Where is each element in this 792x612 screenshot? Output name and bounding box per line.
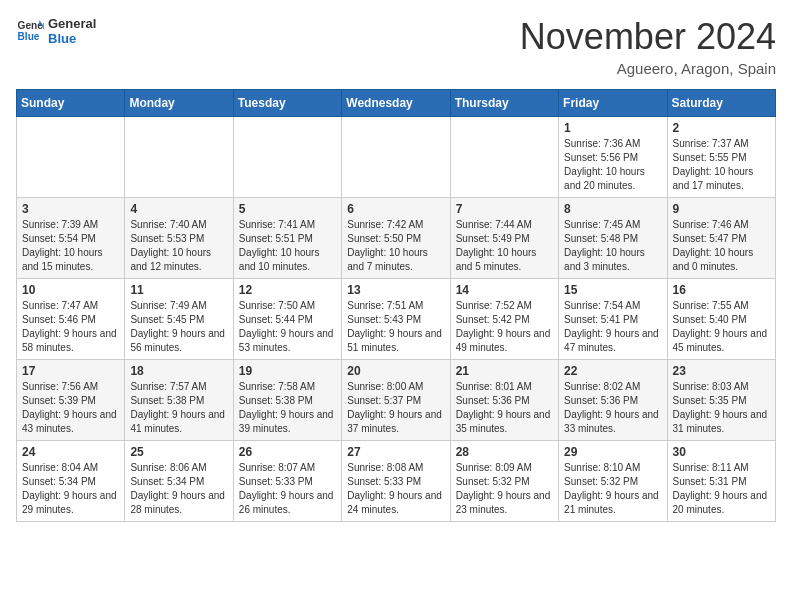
calendar-cell: 9Sunrise: 7:46 AM Sunset: 5:47 PM Daylig… [667,198,775,279]
day-info: Sunrise: 7:41 AM Sunset: 5:51 PM Dayligh… [239,218,336,274]
logo: General Blue General Blue [16,16,96,46]
location-text: Agueero, Aragon, Spain [520,60,776,77]
day-info: Sunrise: 7:42 AM Sunset: 5:50 PM Dayligh… [347,218,444,274]
day-info: Sunrise: 8:09 AM Sunset: 5:32 PM Dayligh… [456,461,553,517]
day-number: 14 [456,283,553,297]
day-info: Sunrise: 8:06 AM Sunset: 5:34 PM Dayligh… [130,461,227,517]
day-number: 30 [673,445,770,459]
day-number: 19 [239,364,336,378]
calendar-cell: 12Sunrise: 7:50 AM Sunset: 5:44 PM Dayli… [233,279,341,360]
calendar-cell: 20Sunrise: 8:00 AM Sunset: 5:37 PM Dayli… [342,360,450,441]
day-number: 26 [239,445,336,459]
day-number: 7 [456,202,553,216]
title-block: November 2024 Agueero, Aragon, Spain [520,16,776,77]
calendar-cell: 11Sunrise: 7:49 AM Sunset: 5:45 PM Dayli… [125,279,233,360]
calendar-cell: 5Sunrise: 7:41 AM Sunset: 5:51 PM Daylig… [233,198,341,279]
calendar-table: SundayMondayTuesdayWednesdayThursdayFrid… [16,89,776,522]
day-info: Sunrise: 7:37 AM Sunset: 5:55 PM Dayligh… [673,137,770,193]
calendar-cell: 29Sunrise: 8:10 AM Sunset: 5:32 PM Dayli… [559,441,667,522]
day-number: 16 [673,283,770,297]
day-number: 15 [564,283,661,297]
day-header-tuesday: Tuesday [233,90,341,117]
calendar-cell: 7Sunrise: 7:44 AM Sunset: 5:49 PM Daylig… [450,198,558,279]
day-info: Sunrise: 8:02 AM Sunset: 5:36 PM Dayligh… [564,380,661,436]
day-header-monday: Monday [125,90,233,117]
day-number: 3 [22,202,119,216]
day-info: Sunrise: 8:08 AM Sunset: 5:33 PM Dayligh… [347,461,444,517]
day-number: 11 [130,283,227,297]
day-info: Sunrise: 7:51 AM Sunset: 5:43 PM Dayligh… [347,299,444,355]
day-info: Sunrise: 8:11 AM Sunset: 5:31 PM Dayligh… [673,461,770,517]
day-number: 13 [347,283,444,297]
calendar-week-4: 17Sunrise: 7:56 AM Sunset: 5:39 PM Dayli… [17,360,776,441]
day-info: Sunrise: 7:47 AM Sunset: 5:46 PM Dayligh… [22,299,119,355]
logo-general-text: General [48,16,96,31]
day-info: Sunrise: 7:50 AM Sunset: 5:44 PM Dayligh… [239,299,336,355]
day-info: Sunrise: 7:39 AM Sunset: 5:54 PM Dayligh… [22,218,119,274]
day-info: Sunrise: 7:45 AM Sunset: 5:48 PM Dayligh… [564,218,661,274]
calendar-cell: 26Sunrise: 8:07 AM Sunset: 5:33 PM Dayli… [233,441,341,522]
calendar-cell: 1Sunrise: 7:36 AM Sunset: 5:56 PM Daylig… [559,117,667,198]
day-info: Sunrise: 7:58 AM Sunset: 5:38 PM Dayligh… [239,380,336,436]
logo-icon: General Blue [16,17,44,45]
calendar-header-row: SundayMondayTuesdayWednesdayThursdayFrid… [17,90,776,117]
day-info: Sunrise: 8:10 AM Sunset: 5:32 PM Dayligh… [564,461,661,517]
calendar-cell: 28Sunrise: 8:09 AM Sunset: 5:32 PM Dayli… [450,441,558,522]
calendar-week-5: 24Sunrise: 8:04 AM Sunset: 5:34 PM Dayli… [17,441,776,522]
day-number: 9 [673,202,770,216]
calendar-cell [450,117,558,198]
day-number: 12 [239,283,336,297]
calendar-cell: 2Sunrise: 7:37 AM Sunset: 5:55 PM Daylig… [667,117,775,198]
logo-blue-text: Blue [48,31,96,46]
day-number: 21 [456,364,553,378]
day-info: Sunrise: 7:49 AM Sunset: 5:45 PM Dayligh… [130,299,227,355]
day-number: 22 [564,364,661,378]
day-number: 10 [22,283,119,297]
day-number: 28 [456,445,553,459]
day-info: Sunrise: 8:04 AM Sunset: 5:34 PM Dayligh… [22,461,119,517]
calendar-cell: 15Sunrise: 7:54 AM Sunset: 5:41 PM Dayli… [559,279,667,360]
calendar-cell: 23Sunrise: 8:03 AM Sunset: 5:35 PM Dayli… [667,360,775,441]
calendar-cell [17,117,125,198]
day-info: Sunrise: 7:57 AM Sunset: 5:38 PM Dayligh… [130,380,227,436]
calendar-cell: 14Sunrise: 7:52 AM Sunset: 5:42 PM Dayli… [450,279,558,360]
calendar-cell: 6Sunrise: 7:42 AM Sunset: 5:50 PM Daylig… [342,198,450,279]
calendar-cell: 17Sunrise: 7:56 AM Sunset: 5:39 PM Dayli… [17,360,125,441]
day-number: 20 [347,364,444,378]
svg-text:Blue: Blue [18,31,40,42]
day-info: Sunrise: 8:01 AM Sunset: 5:36 PM Dayligh… [456,380,553,436]
month-title: November 2024 [520,16,776,58]
day-info: Sunrise: 8:03 AM Sunset: 5:35 PM Dayligh… [673,380,770,436]
day-info: Sunrise: 8:00 AM Sunset: 5:37 PM Dayligh… [347,380,444,436]
day-info: Sunrise: 8:07 AM Sunset: 5:33 PM Dayligh… [239,461,336,517]
day-header-friday: Friday [559,90,667,117]
calendar-cell: 4Sunrise: 7:40 AM Sunset: 5:53 PM Daylig… [125,198,233,279]
day-number: 18 [130,364,227,378]
day-info: Sunrise: 7:46 AM Sunset: 5:47 PM Dayligh… [673,218,770,274]
day-header-wednesday: Wednesday [342,90,450,117]
day-header-saturday: Saturday [667,90,775,117]
day-header-thursday: Thursday [450,90,558,117]
calendar-cell: 8Sunrise: 7:45 AM Sunset: 5:48 PM Daylig… [559,198,667,279]
calendar-cell [233,117,341,198]
day-info: Sunrise: 7:40 AM Sunset: 5:53 PM Dayligh… [130,218,227,274]
calendar-week-2: 3Sunrise: 7:39 AM Sunset: 5:54 PM Daylig… [17,198,776,279]
day-number: 8 [564,202,661,216]
day-number: 6 [347,202,444,216]
day-number: 24 [22,445,119,459]
calendar-cell [125,117,233,198]
calendar-cell: 21Sunrise: 8:01 AM Sunset: 5:36 PM Dayli… [450,360,558,441]
day-number: 2 [673,121,770,135]
calendar-cell: 22Sunrise: 8:02 AM Sunset: 5:36 PM Dayli… [559,360,667,441]
page-header: General Blue General Blue November 2024 … [16,16,776,77]
calendar-cell: 18Sunrise: 7:57 AM Sunset: 5:38 PM Dayli… [125,360,233,441]
day-info: Sunrise: 7:52 AM Sunset: 5:42 PM Dayligh… [456,299,553,355]
day-header-sunday: Sunday [17,90,125,117]
day-number: 5 [239,202,336,216]
day-info: Sunrise: 7:55 AM Sunset: 5:40 PM Dayligh… [673,299,770,355]
calendar-cell: 25Sunrise: 8:06 AM Sunset: 5:34 PM Dayli… [125,441,233,522]
calendar-cell: 27Sunrise: 8:08 AM Sunset: 5:33 PM Dayli… [342,441,450,522]
day-number: 1 [564,121,661,135]
calendar-cell: 10Sunrise: 7:47 AM Sunset: 5:46 PM Dayli… [17,279,125,360]
calendar-cell: 3Sunrise: 7:39 AM Sunset: 5:54 PM Daylig… [17,198,125,279]
